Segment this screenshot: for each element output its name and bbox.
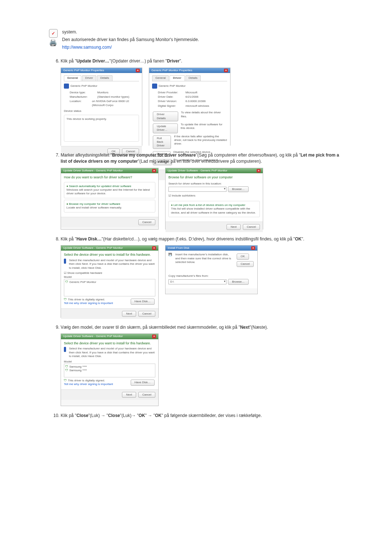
show-compat[interactable]: Show compatible hardware <box>67 271 102 275</box>
tab-details[interactable]: Details <box>185 75 201 81</box>
close-icon[interactable]: × <box>257 169 261 173</box>
dlg9-sub: Select the manufacturer and model of you… <box>69 347 155 358</box>
shield-icon: 🛡 <box>65 369 68 372</box>
s10-b1: Close <box>77 413 89 418</box>
dlg-properties-driver: Generic PnP Monitor Properties× General … <box>149 68 230 146</box>
have-disk-button[interactable]: Have Disk… <box>131 380 155 385</box>
step-8: Klik på "Have Disk…"(Har diskette/cd…), … <box>61 236 343 318</box>
tab-general[interactable]: General <box>152 75 169 81</box>
close-icon[interactable]: × <box>152 169 156 173</box>
opt2-desc: Locate and install driver software manua… <box>66 206 153 210</box>
dlg7b-heading: Browse for driver software on your compu… <box>168 175 260 180</box>
close-icon[interactable]: × <box>251 246 255 250</box>
cancel-button[interactable]: Cancel <box>243 224 260 230</box>
close-icon[interactable]: × <box>224 69 228 72</box>
s8-b1: Have Disk… <box>77 236 102 242</box>
step-10: Klik på "Close"(Luk) → "Close"(Luk)→ "OK… <box>61 413 343 419</box>
step-7: Marker afkrydsningsfeltet "Browse my com… <box>61 152 343 230</box>
dlg7a-title: Update Driver Software - Generic PnP Mon… <box>63 169 123 173</box>
rollback-button[interactable]: Roll Back Driver <box>153 135 171 149</box>
tab-general[interactable]: General <box>64 75 81 81</box>
s7-b1: Browse my computer for driver software <box>112 153 196 158</box>
intro-block: ✓ 🖨️ system. Den autoriserede driver kan… <box>49 29 343 52</box>
s8-pre: Klik på " <box>61 236 77 242</box>
next-button[interactable]: Next <box>122 392 136 398</box>
opt-desc: This list will show installed driver sof… <box>171 207 257 215</box>
steps-list: Klik på "Update Driver…"(Opdater driver…… <box>49 58 343 419</box>
cancel-button[interactable]: Cancel <box>237 261 254 267</box>
tab-driver[interactable]: Driver <box>82 75 96 81</box>
close-icon[interactable]: × <box>152 246 156 250</box>
disk-icon: 💾 <box>168 253 172 268</box>
status-val: This device is working properly. <box>66 117 107 121</box>
signed-msg: This driver is digitally signed. <box>68 298 105 301</box>
dlg-install-from-disk: Install From Disk× 💾 Insert the manufact… <box>165 245 258 294</box>
browse-button[interactable]: Browse… <box>228 279 249 285</box>
opt1-desc: Windows will search your computer and th… <box>66 188 153 196</box>
s10-m1: "(Luk) → " <box>88 413 108 418</box>
model-1: Samsung **** <box>69 365 87 368</box>
have-disk-button[interactable]: Have Disk… <box>131 299 155 304</box>
include-sub[interactable]: Include subfolders <box>172 194 195 197</box>
dlg6a-title: Generic PnP Monitor Properties <box>63 69 104 72</box>
monitor-icon <box>64 84 69 89</box>
tellme-link[interactable]: Tell me why driver signing is important <box>64 382 113 386</box>
loc-val: on NVIDIA GeForce 6600 LE (Microsoft Cor… <box>92 100 139 107</box>
dlg8a-heading: Select the device driver you want to ins… <box>64 253 155 257</box>
s9-suf: "(Næste). <box>249 325 268 330</box>
intro-icons: ✓ 🖨️ <box>49 29 58 46</box>
update-driver-button[interactable]: Update Driver… <box>153 123 178 133</box>
option-browse-computer[interactable]: Browse my computer for driver software L… <box>64 200 155 212</box>
model-list[interactable]: 🛡Generic PnP Monitor <box>64 279 155 296</box>
location-dropdown[interactable] <box>168 187 226 192</box>
copy-lbl: Copy manufacturer's files from: <box>168 274 254 278</box>
shield-icon: 🛡 <box>65 365 68 368</box>
sign-lbl: Digital Signer: <box>158 104 183 108</box>
dlg-select-model: Update Driver Software - Generic PnP Mon… <box>61 333 159 406</box>
tab-details[interactable]: Details <box>97 75 112 81</box>
page: ✓ 🖨️ system. Den autoriserede driver kan… <box>34 0 358 447</box>
s6-mid1: "(Opdater driver…) på fanen " <box>109 58 167 64</box>
samsung-link[interactable]: http://www.samsung.com/ <box>62 45 112 50</box>
dlg9-title: Update Driver Software - Generic PnP Mon… <box>63 335 123 338</box>
browse-button[interactable]: Browse… <box>228 186 249 192</box>
dlg6b-heading: Generic PnP Monitor <box>159 84 185 88</box>
prov-val: Microsoft <box>185 91 197 94</box>
s9-pre: Vælg den model, der svarer til din skærm… <box>61 325 240 330</box>
path-dropdown[interactable]: D:\ <box>168 279 226 284</box>
cancel-button[interactable]: Cancel <box>138 219 155 225</box>
tellme-link[interactable]: Tell me why driver signing is important <box>64 301 113 305</box>
cancel-button[interactable]: Cancel <box>138 392 155 398</box>
date-val: 6/21/2006 <box>185 95 199 99</box>
close-icon[interactable]: × <box>152 335 156 338</box>
next-button[interactable]: Next <box>122 311 136 317</box>
opt2-title: Browse my computer for driver software <box>66 202 153 206</box>
printer-icon: 🖨️ <box>49 39 58 46</box>
model-list[interactable]: 🛡Samsung **** 🛡Samsung **** <box>64 364 155 377</box>
prov-lbl: Driver Provider: <box>158 91 183 94</box>
driver-details-button[interactable]: Driver Details <box>153 112 178 121</box>
tab-driver[interactable]: Driver <box>170 75 184 81</box>
dlg6b-title: Generic PnP Monitor Properties <box>151 69 192 72</box>
step-6: Klik på "Update Driver…"(Opdater driver…… <box>61 58 343 145</box>
dlg-update-browse: Update Driver Software - Generic PnP Mon… <box>165 168 263 230</box>
intro-line1: system. <box>62 29 199 35</box>
monitor-icon <box>64 259 66 264</box>
next-button[interactable]: Next <box>226 224 240 230</box>
dlg9-heading: Select the device driver you want to ins… <box>64 341 155 346</box>
cancel-button[interactable]: Cancel <box>138 311 155 317</box>
ok-button[interactable]: OK <box>237 254 249 259</box>
dlg7a-question: How do you want to search for driver sof… <box>64 175 155 180</box>
model-2: Samsung **** <box>69 369 87 372</box>
option-search-auto[interactable]: Search automatically for updated driver … <box>64 182 155 198</box>
date-lbl: Driver Date: <box>158 95 183 99</box>
mfr-lbl: Manufacturer: <box>70 95 95 99</box>
dlg-select-device: Update Driver Software - Generic PnP Mon… <box>61 245 159 318</box>
s6-pre1: Klik på " <box>61 58 77 64</box>
mfr-val: (Standard monitor types) <box>97 95 129 99</box>
model-lbl: Model <box>64 275 155 279</box>
close-icon[interactable]: × <box>136 69 140 72</box>
s10-suf: " på følgende skærmbilleder, der vises i… <box>162 413 262 418</box>
option-let-me-pick[interactable]: Let me pick from a list of device driver… <box>168 201 260 217</box>
s6-b2: Driver <box>167 58 180 64</box>
